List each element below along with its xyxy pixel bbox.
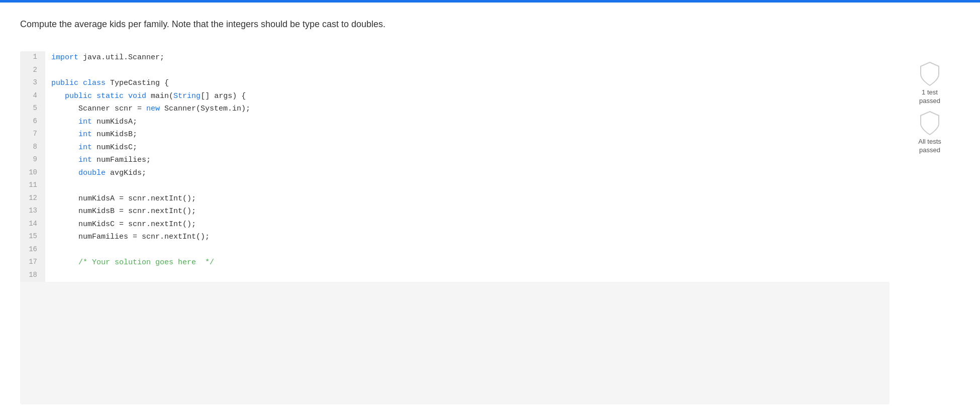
line-number-16: 16 bbox=[20, 244, 45, 257]
code-line-3: 3 public class TypeCasting { bbox=[20, 77, 890, 90]
code-line-4: 4 public static void main(String[] args)… bbox=[20, 90, 890, 103]
code-line-18: 18 bbox=[20, 269, 890, 282]
line-content-2 bbox=[45, 64, 890, 77]
sidebar-tests: 1 testpassed All testspassed bbox=[900, 51, 960, 404]
line-number-13: 13 bbox=[20, 205, 45, 218]
code-line-13: 13 numKidsB = scnr.nextInt(); bbox=[20, 205, 890, 218]
page-container: Compute the average kids per family. Not… bbox=[0, 3, 980, 414]
code-line-15: 15 numFamilies = scnr.nextInt(); bbox=[20, 231, 890, 244]
line-number-9: 9 bbox=[20, 154, 45, 167]
code-line-11: 11 bbox=[20, 179, 890, 192]
test-badge-1-label: 1 testpassed bbox=[919, 88, 940, 106]
code-line-17: 17 /* Your solution goes here */ bbox=[20, 256, 890, 269]
code-line-14: 14 numKidsC = scnr.nextInt(); bbox=[20, 218, 890, 231]
code-line-12: 12 numKidsA = scnr.nextInt(); bbox=[20, 192, 890, 205]
code-line-7: 7 int numKidsB; bbox=[20, 128, 890, 141]
line-number-17: 17 bbox=[20, 256, 45, 269]
line-number-3: 3 bbox=[20, 77, 45, 90]
line-number-10: 10 bbox=[20, 167, 45, 180]
line-content-9: int numFamilies; bbox=[45, 154, 890, 167]
line-content-4: public static void main(String[] args) { bbox=[45, 90, 890, 103]
code-line-16: 16 bbox=[20, 244, 890, 257]
line-content-11 bbox=[45, 179, 890, 192]
code-editor-container[interactable]: 1 import java.util.Scanner; 2 3 public c… bbox=[20, 51, 890, 404]
line-content-15: numFamilies = scnr.nextInt(); bbox=[45, 231, 890, 244]
test-badge-1: 1 testpassed bbox=[919, 61, 941, 106]
shield-icon-1 bbox=[919, 61, 941, 86]
line-number-4: 4 bbox=[20, 90, 45, 103]
line-content-12: numKidsA = scnr.nextInt(); bbox=[45, 192, 890, 205]
line-number-14: 14 bbox=[20, 218, 45, 231]
code-editor[interactable]: 1 import java.util.Scanner; 2 3 public c… bbox=[20, 51, 890, 282]
line-content-16 bbox=[45, 244, 890, 257]
line-number-8: 8 bbox=[20, 141, 45, 154]
line-content-13: numKidsB = scnr.nextInt(); bbox=[45, 205, 890, 218]
line-content-10: double avgKids; bbox=[45, 167, 890, 180]
code-line-10: 10 double avgKids; bbox=[20, 167, 890, 180]
line-content-5: Scanner scnr = new Scanner(System.in); bbox=[45, 102, 890, 116]
line-number-5: 5 bbox=[20, 102, 45, 116]
line-content-6: int numKidsA; bbox=[45, 116, 890, 129]
test-badge-all-label: All testspassed bbox=[918, 138, 941, 155]
line-content-14: numKidsC = scnr.nextInt(); bbox=[45, 218, 890, 231]
line-number-15: 15 bbox=[20, 231, 45, 244]
line-content-3: public class TypeCasting { bbox=[45, 77, 890, 90]
main-content: 1 import java.util.Scanner; 2 3 public c… bbox=[20, 51, 960, 404]
line-number-18: 18 bbox=[20, 269, 45, 282]
line-content-17: /* Your solution goes here */ bbox=[45, 256, 890, 269]
code-line-5: 5 Scanner scnr = new Scanner(System.in); bbox=[20, 102, 890, 116]
line-number-6: 6 bbox=[20, 116, 45, 129]
line-number-1: 1 bbox=[20, 51, 45, 64]
test-badge-all: All testspassed bbox=[918, 111, 941, 155]
line-content-18 bbox=[45, 269, 890, 282]
line-content-8: int numKidsC; bbox=[45, 141, 890, 154]
line-number-12: 12 bbox=[20, 192, 45, 205]
line-number-2: 2 bbox=[20, 64, 45, 77]
code-line-9: 9 int numFamilies; bbox=[20, 154, 890, 167]
code-line-6: 6 int numKidsA; bbox=[20, 116, 890, 129]
shield-icon-all bbox=[919, 111, 941, 136]
line-number-7: 7 bbox=[20, 128, 45, 141]
line-content-1: import java.util.Scanner; bbox=[45, 51, 890, 64]
line-content-7: int numKidsB; bbox=[45, 128, 890, 141]
line-number-11: 11 bbox=[20, 179, 45, 192]
problem-description: Compute the average kids per family. Not… bbox=[20, 18, 960, 31]
code-line-2: 2 bbox=[20, 64, 890, 77]
code-line-8: 8 int numKidsC; bbox=[20, 141, 890, 154]
code-line-1: 1 import java.util.Scanner; bbox=[20, 51, 890, 64]
